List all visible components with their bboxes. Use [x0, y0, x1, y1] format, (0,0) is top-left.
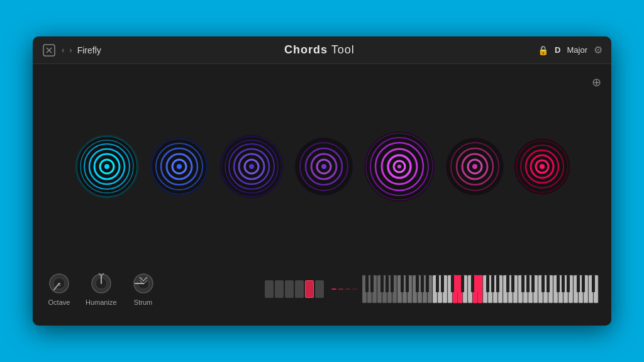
svg-rect-82: [416, 275, 419, 292]
svg-rect-80: [401, 275, 404, 292]
svg-rect-106: [486, 275, 489, 292]
svg-rect-120: [531, 275, 535, 292]
chord-circle-6[interactable]: [443, 135, 506, 198]
chord-block-5[interactable]: [305, 280, 314, 298]
svg-rect-104: [471, 275, 474, 292]
bottom-area: 8 Octave Humanize: [43, 256, 601, 319]
svg-point-29: [321, 164, 326, 169]
circles-area: ⊕: [43, 70, 601, 256]
svg-rect-70: [380, 275, 384, 292]
chord-circle-7[interactable]: [513, 137, 572, 197]
chord-circle-3[interactable]: [217, 132, 286, 201]
dashed-line: [331, 288, 357, 290]
svg-point-23: [249, 164, 254, 169]
svg-rect-71: [386, 275, 389, 292]
svg-rect-132: [567, 275, 570, 292]
svg-rect-108: [496, 275, 499, 292]
svg-rect-130: [557, 275, 560, 292]
octave-control: 8 Octave: [48, 272, 70, 306]
svg-point-37: [397, 165, 401, 168]
svg-rect-69: [370, 275, 374, 292]
target-icon[interactable]: ⊕: [592, 75, 601, 89]
svg-rect-84: [426, 275, 429, 292]
chord-block-6[interactable]: [315, 280, 324, 298]
svg-rect-107: [491, 275, 494, 292]
svg-rect-128: [541, 275, 545, 292]
svg-rect-138: [577, 275, 580, 292]
settings-icon[interactable]: ⚙: [594, 44, 602, 56]
octave-knob[interactable]: 8: [48, 272, 70, 295]
svg-rect-118: [521, 275, 525, 292]
svg-rect-95: [456, 275, 459, 292]
app-title: Chords Tool: [284, 43, 355, 57]
piano-svg: [362, 269, 601, 309]
svg-rect-81: [406, 275, 409, 292]
chord-block-1[interactable]: [265, 280, 274, 298]
strum-control: Strum: [132, 272, 155, 306]
chord-circle-2[interactable]: [148, 135, 211, 198]
humanize-label: Humanize: [86, 299, 117, 306]
svg-point-8: [104, 164, 109, 169]
svg-rect-93: [441, 275, 444, 292]
key-note-label: D: [555, 45, 560, 55]
keyboard-area: [219, 269, 601, 309]
scale-label: Major: [567, 45, 587, 55]
svg-rect-92: [436, 275, 439, 292]
chord-block-2[interactable]: [275, 280, 284, 298]
svg-rect-94: [451, 275, 454, 292]
strum-label: Strum: [134, 299, 152, 306]
svg-text:8: 8: [58, 282, 61, 287]
strum-knob[interactable]: [132, 272, 155, 295]
svg-rect-129: [547, 275, 550, 292]
svg-rect-68: [365, 275, 369, 292]
chord-circle-1[interactable]: [72, 132, 142, 201]
svg-point-50: [540, 164, 545, 169]
octave-label: Octave: [48, 299, 70, 306]
svg-rect-117: [511, 275, 514, 292]
preset-name: Firefly: [77, 45, 101, 55]
svg-point-15: [177, 164, 182, 169]
logo-icon: [42, 43, 57, 58]
svg-rect-72: [391, 275, 394, 292]
svg-point-43: [472, 164, 477, 169]
chord-blocks: [265, 280, 324, 298]
chord-circle-4[interactable]: [292, 135, 355, 198]
humanize-control: Humanize: [86, 272, 117, 306]
key-lock-icon: 🔒: [538, 45, 548, 55]
header-center: Chords Tool: [101, 43, 538, 57]
header-left: ‹ › Firefly: [42, 43, 101, 58]
chord-circle-5[interactable]: [362, 129, 437, 204]
svg-rect-116: [506, 275, 509, 292]
chord-block-3[interactable]: [285, 280, 294, 298]
svg-rect-119: [526, 275, 530, 292]
svg-rect-83: [421, 275, 424, 292]
svg-rect-140: [592, 275, 595, 292]
chord-block-4[interactable]: [295, 280, 304, 298]
svg-rect-96: [461, 275, 464, 292]
svg-rect-139: [582, 275, 585, 292]
nav-forward-button[interactable]: ›: [69, 45, 72, 55]
humanize-knob[interactable]: [90, 272, 113, 295]
piano-keyboard[interactable]: [362, 269, 601, 309]
main-content: ⊕: [33, 64, 611, 326]
plugin-window: ‹ › Firefly Chords Tool 🔒 D Major ⚙ ⊕: [33, 36, 611, 326]
svg-rect-105: [476, 275, 479, 292]
header-bar: ‹ › Firefly Chords Tool 🔒 D Major ⚙: [33, 36, 611, 64]
svg-rect-131: [562, 275, 565, 292]
nav-back-button[interactable]: ‹: [62, 45, 64, 55]
controls-left: 8 Octave Humanize: [43, 272, 219, 306]
header-right: 🔒 D Major ⚙: [538, 44, 602, 56]
